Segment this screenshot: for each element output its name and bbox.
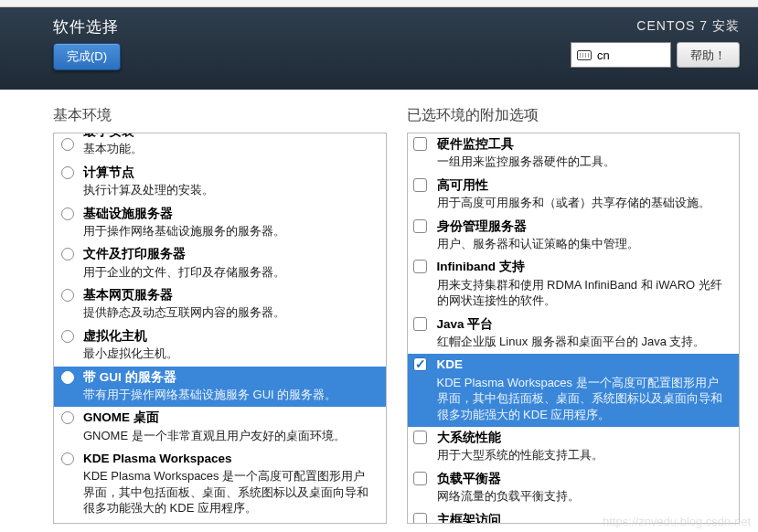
option-title: 文件及打印服务器: [83, 246, 377, 262]
option-description: 用于操作网络基础设施服务的服务器。: [83, 223, 377, 239]
checkbox-icon: [413, 260, 427, 273]
done-button[interactable]: 完成(D): [53, 43, 121, 70]
option-description: KDE Plasma Workspaces 是一个高度可配置图形用户界面，其中包…: [83, 468, 377, 516]
option-title: 身份管理服务器: [437, 218, 731, 235]
env-option[interactable]: 计算节点执行计算及处理的安装。: [54, 162, 386, 203]
radio-icon: [61, 330, 74, 343]
addon-option[interactable]: 身份管理服务器用户、服务器和认证策略的集中管理。: [408, 216, 740, 257]
option-description: 带有用于操作网络基础设施服务 GUI 的服务器。: [83, 387, 377, 403]
addon-option[interactable]: 负载平衡器网络流量的负载平衡支持。: [408, 468, 740, 509]
option-title: Infiniband 支持: [437, 259, 731, 275]
addon-option[interactable]: Java 平台红帽企业版 Linux 服务器和桌面平台的 Java 支持。: [408, 314, 740, 355]
base-environment-column: 基本环境 最小安装基本功能。计算节点执行计算及处理的安装。基础设施服务器用于操作…: [53, 106, 387, 524]
option-description: KDE Plasma Workspaces 是一个高度可配置图形用户界面，其中包…: [437, 375, 731, 423]
env-option[interactable]: 虚拟化主机最小虚拟化主机。: [54, 325, 386, 367]
addons-heading: 已选环境的附加选项: [407, 106, 741, 125]
option-title: 计算节点: [83, 165, 377, 181]
option-title: 基础设施服务器: [83, 206, 377, 222]
radio-icon: [61, 452, 74, 465]
checkbox-icon: [413, 219, 427, 233]
radio-icon: [61, 207, 74, 220]
option-description: 基本功能。: [83, 141, 377, 157]
env-option[interactable]: GNOME 桌面GNOME 是一个非常直观且用户友好的桌面环境。: [54, 407, 386, 448]
option-description: GNOME 是一个非常直观且用户友好的桌面环境。: [83, 428, 377, 444]
option-description: 用户、服务器和认证策略的集中管理。: [437, 236, 731, 252]
option-title: 大系统性能: [437, 430, 731, 446]
option-description: 一组用来监控服务器硬件的工具。: [437, 154, 731, 170]
option-title: GNOME 桌面: [83, 410, 377, 426]
keyboard-layout-value: cn: [597, 48, 610, 62]
addon-option[interactable]: KDEKDE Plasma Workspaces 是一个高度可配置图形用户界面，…: [408, 354, 740, 427]
checkbox-icon: [413, 472, 427, 485]
option-title: 虚拟化主机: [83, 328, 377, 345]
help-button[interactable]: 帮助！: [677, 42, 740, 68]
option-title: 高可用性: [437, 177, 731, 194]
option-title: 最小安装: [83, 133, 377, 140]
option-description: 用来支持集群和使用 RDMA InfiniBand 和 iWARO 光纤的网状连…: [437, 277, 731, 309]
keyboard-layout-field[interactable]: cn: [571, 42, 671, 68]
base-env-heading: 基本环境: [53, 106, 387, 125]
install-label: CENTOS 7 安装: [636, 18, 740, 35]
addons-list[interactable]: 硬件监控工具一组用来监控服务器硬件的工具。高可用性用于高度可用服务和（或者）共享…: [407, 133, 741, 524]
option-description: 用于大型系统的性能支持工具。: [437, 447, 731, 463]
addon-option[interactable]: Infiniband 支持用来支持集群和使用 RDMA InfiniBand 和…: [408, 256, 740, 313]
option-title: 带 GUI 的服务器: [83, 369, 377, 386]
addon-option[interactable]: 主框架访问访问主框架计算源的工具。: [408, 509, 740, 524]
env-option[interactable]: 开发及生成工作站用于软件、硬件、图形或者内容开发的工作站。: [54, 521, 386, 524]
addon-option[interactable]: 高可用性用于高度可用服务和（或者）共享存储的基础设施。: [408, 175, 740, 216]
radio-icon: [61, 411, 74, 424]
checkbox-icon: [413, 357, 427, 371]
radio-icon: [61, 371, 74, 384]
env-option[interactable]: 基本网页服务器提供静态及动态互联网内容的服务器。: [54, 284, 386, 325]
page-title: 软件选择: [53, 16, 121, 37]
option-title: KDE: [437, 356, 731, 373]
option-title: 硬件监控工具: [437, 136, 731, 153]
env-option[interactable]: KDE Plasma WorkspacesKDE Plasma Workspac…: [54, 448, 386, 521]
checkbox-icon: [413, 178, 427, 192]
env-option[interactable]: 带 GUI 的服务器带有用于操作网络基础设施服务 GUI 的服务器。: [54, 367, 386, 408]
option-title: 基本网页服务器: [83, 287, 377, 303]
base-environment-list[interactable]: 最小安装基本功能。计算节点执行计算及处理的安装。基础设施服务器用于操作网络基础设…: [53, 133, 387, 524]
addon-option[interactable]: 硬件监控工具一组用来监控服务器硬件的工具。: [408, 133, 740, 175]
option-description: 用于高度可用服务和（或者）共享存储的基础设施。: [437, 195, 731, 211]
option-description: 用于企业的文件、打印及存储服务器。: [83, 264, 377, 281]
env-option[interactable]: 文件及打印服务器用于企业的文件、打印及存储服务器。: [54, 243, 386, 284]
keyboard-icon: [577, 50, 592, 60]
header-bar: 软件选择 完成(D) CENTOS 7 安装 cn 帮助！: [0, 7, 758, 90]
radio-icon: [61, 289, 74, 302]
addon-option[interactable]: 大系统性能用于大型系统的性能支持工具。: [408, 427, 740, 468]
radio-icon: [61, 248, 74, 261]
option-title: Java 平台: [437, 316, 731, 333]
option-description: 最小虚拟化主机。: [83, 346, 377, 362]
option-description: 网络流量的负载平衡支持。: [437, 488, 731, 505]
option-description: 红帽企业版 Linux 服务器和桌面平台的 Java 支持。: [437, 334, 731, 350]
checkbox-icon: [413, 513, 427, 524]
option-description: 执行计算及处理的安装。: [83, 182, 377, 198]
option-description: 提供静态及动态互联网内容的服务器。: [83, 304, 377, 321]
radio-icon: [61, 166, 74, 179]
checkbox-icon: [413, 137, 427, 151]
content-area: 基本环境 最小安装基本功能。计算节点执行计算及处理的安装。基础设施服务器用于操作…: [0, 90, 758, 524]
option-title: KDE Plasma Workspaces: [83, 451, 377, 467]
checkbox-icon: [413, 317, 427, 331]
radio-icon: [61, 138, 74, 151]
addons-column: 已选环境的附加选项 硬件监控工具一组用来监控服务器硬件的工具。高可用性用于高度可…: [407, 106, 741, 524]
checkbox-icon: [413, 431, 427, 444]
env-option[interactable]: 基础设施服务器用于操作网络基础设施服务的服务器。: [54, 203, 386, 244]
env-option[interactable]: 最小安装基本功能。: [54, 133, 386, 162]
option-title: 负载平衡器: [437, 471, 731, 487]
option-title: 主框架访问: [437, 512, 731, 524]
